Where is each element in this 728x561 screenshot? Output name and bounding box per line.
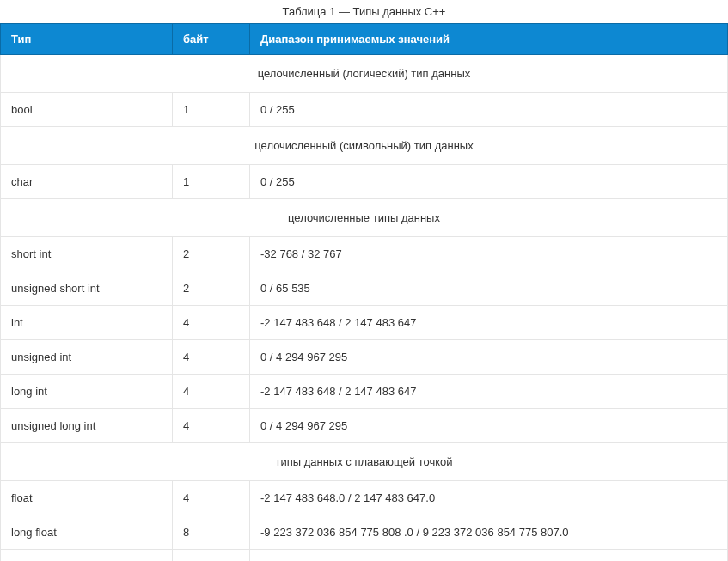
header-range: Диапазон принимаемых значений — [250, 24, 728, 55]
cell-bytes: 8 — [173, 515, 250, 550]
table-row: short int2-32 768 / 32 767 — [1, 237, 728, 271]
cell-bytes: 8 — [173, 550, 250, 562]
table-row: int4-2 147 483 648 / 2 147 483 647 — [1, 306, 728, 340]
cell-bytes: 2 — [173, 271, 250, 306]
table-row: float4-2 147 483 648.0 / 2 147 483 647.0 — [1, 481, 728, 515]
section-title: целочисленные типы данных — [1, 199, 728, 237]
cell-range: -32 768 / 32 767 — [250, 237, 728, 271]
cell-type: long int — [1, 375, 173, 409]
cell-range: 0 / 255 — [250, 165, 728, 199]
section-title: целочисленный (логический) тип данных — [1, 55, 728, 93]
cell-bytes: 1 — [173, 93, 250, 127]
cell-bytes: 4 — [173, 481, 250, 515]
table-row: double8-9 223 372 036 854 775 808 .0 / 9… — [1, 550, 728, 562]
header-bytes: байт — [173, 24, 250, 55]
cell-type: short int — [1, 237, 173, 271]
cell-type: int — [1, 306, 173, 340]
cell-range: -9 223 372 036 854 775 808 .0 / 9 223 37… — [250, 515, 728, 550]
cell-type: float — [1, 481, 173, 515]
cell-bytes: 1 — [173, 165, 250, 199]
table-row: long int4-2 147 483 648 / 2 147 483 647 — [1, 375, 728, 409]
table-caption: Таблица 1 — Типы данных С++ — [0, 0, 728, 23]
table-row: unsigned int40 / 4 294 967 295 — [1, 340, 728, 375]
table-row: long float8-9 223 372 036 854 775 808 .0… — [1, 515, 728, 550]
cell-type: unsigned int — [1, 340, 173, 375]
cell-range: -2 147 483 648 / 2 147 483 647 — [250, 375, 728, 409]
cell-range: 0 / 255 — [250, 93, 728, 127]
cell-type: char — [1, 165, 173, 199]
cell-range: -2 147 483 648.0 / 2 147 483 647.0 — [250, 481, 728, 515]
data-types-table: Тип байт Диапазон принимаемых значений ц… — [0, 23, 728, 561]
table-row: unsigned short int20 / 65 535 — [1, 271, 728, 306]
section-title: типы данных с плавающей точкой — [1, 443, 728, 481]
cell-range: 0 / 4 294 967 295 — [250, 409, 728, 443]
cell-range: -9 223 372 036 854 775 808 .0 / 9 223 37… — [250, 550, 728, 562]
table-row: unsigned long int40 / 4 294 967 295 — [1, 409, 728, 443]
cell-type: bool — [1, 93, 173, 127]
cell-bytes: 2 — [173, 237, 250, 271]
header-type: Тип — [1, 24, 173, 55]
table-row: bool10 / 255 — [1, 93, 728, 127]
table-row: char10 / 255 — [1, 165, 728, 199]
cell-type: long float — [1, 515, 173, 550]
cell-bytes: 4 — [173, 375, 250, 409]
cell-range: 0 / 65 535 — [250, 271, 728, 306]
cell-range: -2 147 483 648 / 2 147 483 647 — [250, 306, 728, 340]
section-title: целочисленный (символьный) тип данных — [1, 127, 728, 165]
cell-bytes: 4 — [173, 409, 250, 443]
cell-type: double — [1, 550, 173, 562]
cell-type: unsigned long int — [1, 409, 173, 443]
cell-bytes: 4 — [173, 340, 250, 375]
cell-bytes: 4 — [173, 306, 250, 340]
cell-range: 0 / 4 294 967 295 — [250, 340, 728, 375]
cell-type: unsigned short int — [1, 271, 173, 306]
